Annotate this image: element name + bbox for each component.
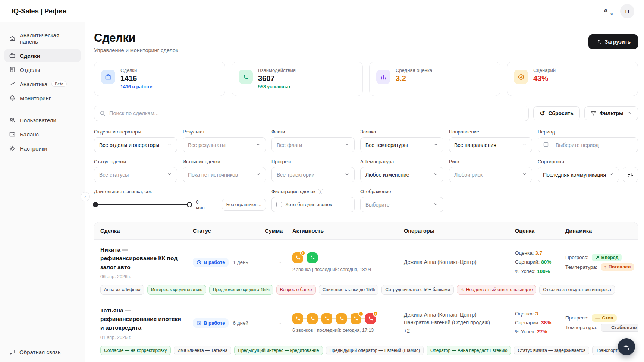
check-circle-icon bbox=[514, 70, 528, 84]
assistant-fab[interactable] bbox=[618, 338, 635, 355]
call-icon[interactable] bbox=[292, 313, 303, 324]
metrics-cell: Оценка:3 Сценарий:38% % Успех:27% bbox=[509, 309, 559, 337]
sidebar-collapse-button[interactable]: ‹ bbox=[81, 192, 90, 201]
filter-display: Отображение Выберите bbox=[360, 189, 443, 212]
deal-tag[interactable]: Снижение ставки до 15% bbox=[319, 285, 379, 295]
source-select[interactable]: Пока нет источников bbox=[183, 167, 266, 182]
help-icon[interactable]: ? bbox=[318, 189, 323, 194]
table-row[interactable]: Татьяна — рефинансирование ипотеки и авт… bbox=[94, 300, 638, 361]
filter-flags: Флаги Все флаги bbox=[271, 129, 355, 152]
app-title: IQ-Sales | Рефин bbox=[12, 7, 67, 15]
filter-departments: Отделы и операторы Все отделы и оператор… bbox=[94, 129, 177, 152]
deal-tag[interactable]: Вопрос о банке bbox=[276, 285, 316, 295]
status-badge: В работе bbox=[193, 258, 229, 267]
call-alert-badge: ! bbox=[358, 311, 364, 317]
deal-tag[interactable]: Сотрудничество с 50+ банками bbox=[381, 285, 454, 295]
progress-select[interactable]: Все траектории bbox=[271, 167, 355, 182]
call-icon[interactable] bbox=[307, 252, 318, 263]
sparkles-icon bbox=[623, 343, 630, 350]
chevron-down-icon bbox=[167, 142, 172, 148]
call-icon[interactable] bbox=[321, 313, 332, 324]
main-content: Сделки Управление и мониторинг сделок За… bbox=[85, 22, 644, 362]
sidebar-item-users[interactable]: Пользователи bbox=[4, 114, 81, 126]
delta-temperature-select[interactable]: Любое изменение bbox=[360, 167, 443, 182]
chevron-down-icon bbox=[522, 172, 527, 178]
status-badge: В работе bbox=[193, 318, 229, 328]
call-icon[interactable] bbox=[307, 313, 318, 324]
call-icon[interactable] bbox=[336, 313, 347, 324]
reset-button[interactable]: ↺ Сбросить bbox=[533, 106, 580, 120]
feedback-button[interactable]: Обратная связь bbox=[0, 342, 85, 362]
dynamics-cell: Прогресс: —Стоп Температура: —Стабильно bbox=[559, 312, 638, 334]
checkbox-icon bbox=[276, 202, 282, 207]
page-subtitle: Управление и мониторинг сделок bbox=[94, 47, 178, 53]
slider-handle-min[interactable] bbox=[93, 202, 98, 207]
duration-max-box[interactable]: Без ограничен... bbox=[222, 199, 266, 211]
filter-request: Заявка Все температуры bbox=[360, 129, 443, 152]
status-age: 1 день bbox=[233, 259, 248, 265]
call-icon[interactable]: ! bbox=[365, 313, 376, 324]
sidebar-item-departments[interactable]: Отделы bbox=[4, 63, 81, 76]
sidebar-item-analytics-panel[interactable]: Аналитическая панель bbox=[4, 29, 81, 48]
filters-panel: Отделы и операторы Все отделы и оператор… bbox=[94, 129, 638, 212]
deal-tag[interactable]: Согласие — на корректировку bbox=[100, 346, 171, 355]
deal-tag[interactable]: Предыдущий оператор — Евгений (Шамис) bbox=[326, 346, 424, 355]
sidebar-item-analytics[interactable]: Аналитика Beta bbox=[4, 78, 81, 90]
direction-select[interactable]: Все направления bbox=[449, 137, 532, 152]
sidebar-item-settings[interactable]: Настройки bbox=[4, 142, 81, 155]
upload-icon bbox=[596, 39, 601, 45]
deal-tag[interactable]: Статус визита — задерживается bbox=[514, 346, 589, 355]
sidebar-item-deals[interactable]: Сделки bbox=[4, 49, 81, 62]
call-icon[interactable]: ! bbox=[292, 252, 303, 263]
deals-table: Сделка Статус Сумма Активность Операторы… bbox=[94, 222, 638, 362]
sidebar: Аналитическая панель Сделки Отделы Анали… bbox=[0, 22, 85, 362]
deal-tag[interactable]: Отказ из-за отсутствия интереса bbox=[539, 285, 615, 295]
deal-tag[interactable]: Интерес к кредитованию bbox=[147, 285, 206, 295]
deal-tag[interactable]: Оператор — Анна передаст Евгению bbox=[427, 346, 511, 355]
table-row[interactable]: Никита — рефинансирование КК под залог а… bbox=[94, 240, 638, 300]
deal-tag[interactable]: ⚠Неадекватный ответ о паспорте bbox=[457, 285, 536, 295]
sidebar-item-monitoring[interactable]: Мониторинг bbox=[4, 92, 81, 104]
deal-tag[interactable]: Анна из «Лифни» bbox=[100, 285, 144, 295]
result-select[interactable]: Все результаты bbox=[183, 137, 266, 152]
call-icon[interactable]: ! bbox=[351, 313, 361, 324]
at-least-one-call-checkbox[interactable]: Хотя бы один звонок bbox=[271, 197, 355, 212]
funnel-icon bbox=[591, 111, 596, 116]
temperature-select[interactable]: Все температуры bbox=[360, 137, 443, 152]
sort-desc-icon bbox=[627, 171, 634, 178]
sidebar-item-balance[interactable]: Баланс bbox=[4, 128, 81, 141]
flags-select[interactable]: Все флаги bbox=[271, 137, 355, 152]
stat-value: 43% bbox=[533, 74, 556, 83]
search-input[interactable] bbox=[109, 110, 523, 116]
deal-amount: - bbox=[259, 320, 286, 326]
display-select[interactable]: Выберите bbox=[360, 197, 443, 212]
filters-button[interactable]: Фильтры bbox=[584, 106, 638, 120]
deal-date: 01 апр. 2026 г. bbox=[100, 335, 187, 340]
filter-delta-temperature: Δ Температура Любое изменение bbox=[360, 159, 443, 182]
upload-button[interactable]: Загрузить bbox=[588, 34, 638, 49]
duration-slider[interactable] bbox=[94, 204, 191, 205]
departments-select[interactable]: Все отделы и операторы bbox=[94, 137, 177, 152]
sort-select[interactable]: Последняя коммуникация bbox=[538, 167, 619, 182]
sort-order-button[interactable] bbox=[623, 167, 638, 182]
warning-icon: ⚠ bbox=[461, 287, 464, 292]
period-date-input[interactable]: Выберите период bbox=[538, 137, 638, 152]
stat-card-avg-score: Средняя оценка 3.2 bbox=[369, 62, 500, 96]
risk-select[interactable]: Любой риск bbox=[449, 167, 532, 182]
deal-title[interactable]: Татьяна — рефинансирование ипотеки и авт… bbox=[100, 306, 182, 332]
deal-tag[interactable]: Имя клиента — Татьяна bbox=[174, 346, 232, 355]
avatar[interactable]: П bbox=[620, 4, 634, 18]
filter-deal-filtration: Фильтрация сделок? Хотя бы один звонок bbox=[271, 189, 355, 212]
deal-tag[interactable]: Предыдущий интерес — кредитование bbox=[234, 346, 323, 355]
status-select[interactable]: Все статусы bbox=[94, 167, 177, 182]
slider-handle-max[interactable] bbox=[187, 202, 192, 207]
stat-value: 3.2 bbox=[396, 74, 432, 83]
deal-title[interactable]: Никита — рефинансирование КК под залог а… bbox=[100, 245, 182, 271]
clock-icon bbox=[197, 321, 201, 325]
phone-icon bbox=[239, 70, 253, 84]
clock-icon bbox=[197, 260, 201, 265]
deal-amount: - bbox=[259, 259, 286, 265]
translate-icon[interactable]: Aя bbox=[604, 7, 613, 16]
chevron-down-icon bbox=[433, 172, 438, 178]
deal-tag[interactable]: Предложение кредита 15% bbox=[209, 285, 273, 295]
